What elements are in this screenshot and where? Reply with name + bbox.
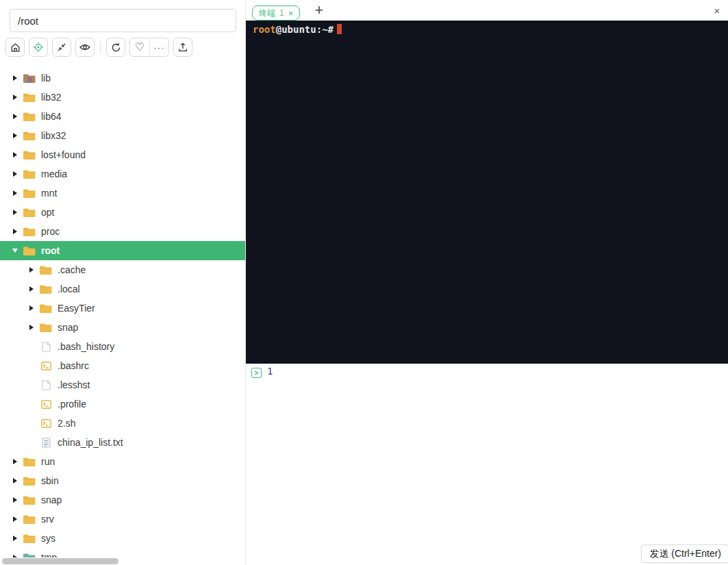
terminal-tab-number: 1 — [279, 8, 284, 18]
tree-item-label: .lesshst — [58, 379, 90, 390]
tree-row-snap[interactable]: snap — [0, 318, 245, 337]
tree-item-label: china_ip_list.txt — [58, 437, 123, 448]
command-editor[interactable]: > 1 发送 (Ctrl+Enter) — [246, 364, 728, 565]
tree-row-srv[interactable]: srv — [0, 510, 245, 529]
tree-row-media[interactable]: media — [0, 164, 245, 184]
tree-row-snap[interactable]: snap — [0, 490, 245, 510]
tree-item-label: mnt — [41, 188, 57, 199]
tree-row-lib64[interactable]: lib64 — [0, 107, 245, 126]
tree-row-sbin[interactable]: sbin — [0, 471, 245, 490]
caret-icon[interactable] — [10, 475, 21, 486]
tree-row--lesshst[interactable]: .lesshst — [0, 375, 245, 394]
tree-item-label: run — [41, 456, 55, 467]
caret-icon[interactable] — [10, 149, 21, 160]
tree-item-label: libx32 — [41, 130, 66, 141]
caret-icon[interactable] — [10, 514, 21, 525]
tree-row-china-ip-list-txt[interactable]: china_ip_list.txt — [0, 433, 245, 452]
tree-row-easytier[interactable]: EasyTier — [0, 299, 245, 318]
prompt-user: root — [253, 24, 276, 35]
file-tree: liblib32lib64libx32lost+foundmediamntopt… — [0, 68, 245, 557]
folder-icon — [40, 284, 52, 294]
caret-icon[interactable] — [10, 552, 21, 557]
tree-item-label: tmp — [41, 552, 57, 557]
caret-icon[interactable] — [10, 73, 21, 84]
tree-row-run[interactable]: run — [0, 452, 245, 471]
tree-item-label: sys — [41, 533, 55, 544]
caret-right-icon — [13, 229, 17, 234]
caret-spacer — [26, 399, 37, 410]
caret-icon[interactable] — [10, 111, 21, 122]
plus-icon: + — [315, 3, 324, 18]
tree-row-mnt[interactable]: mnt — [0, 184, 245, 203]
upload-button[interactable] — [173, 38, 192, 57]
refresh-button[interactable] — [106, 38, 125, 57]
folder-icon — [23, 475, 36, 486]
caret-right-icon — [13, 516, 17, 522]
collapse-button[interactable] — [52, 38, 71, 57]
caret-icon[interactable] — [26, 303, 37, 314]
caret-spacer — [26, 341, 37, 352]
script-file-icon — [40, 418, 52, 429]
caret-icon[interactable] — [10, 130, 21, 141]
home-icon — [10, 42, 21, 53]
terminal-screen[interactable]: root@ubuntu:~# — [246, 21, 728, 364]
script-file-icon — [40, 360, 52, 371]
terminal-panel: 终端 1 × + × root@ubuntu:~# > 1 发送 (Ctrl+E… — [246, 0, 728, 565]
tree-row-lost-found[interactable]: lost+found — [0, 145, 245, 164]
caret-icon[interactable] — [10, 226, 21, 237]
tree-row-lib[interactable]: lib — [0, 68, 245, 88]
panel-close-button[interactable]: × — [710, 3, 724, 17]
folder-icon — [23, 456, 36, 467]
folder-icon — [23, 533, 36, 544]
tree-row--bash-history[interactable]: .bash_history — [0, 337, 245, 356]
tree-item-label: 2.sh — [58, 418, 75, 429]
tree-row-libx32[interactable]: libx32 — [0, 126, 245, 145]
tree-row-tmp[interactable]: tmp — [0, 548, 245, 557]
path-input[interactable] — [10, 9, 236, 32]
caret-right-icon — [29, 325, 34, 330]
tree-row-2-sh[interactable]: 2.sh — [0, 414, 245, 433]
tree-row--local[interactable]: .local — [0, 279, 245, 299]
tree-row-root[interactable]: root — [0, 241, 245, 260]
tree-item-label: media — [41, 168, 67, 179]
editor-line-number: 1 — [267, 366, 273, 377]
caret-right-icon — [29, 267, 34, 273]
terminal-cursor — [337, 24, 342, 34]
caret-icon[interactable] — [26, 284, 37, 294]
tree-row-lib32[interactable]: lib32 — [0, 88, 245, 107]
favorite-more-group: ♡ ··· — [129, 38, 169, 57]
home-button[interactable] — [5, 38, 25, 57]
tree-row-proc[interactable]: proc — [0, 222, 245, 241]
tree-row-sys[interactable]: sys — [0, 529, 245, 548]
caret-icon[interactable] — [10, 494, 21, 505]
favorite-button[interactable]: ♡ — [130, 38, 149, 56]
caret-icon[interactable] — [10, 188, 21, 199]
caret-icon[interactable] — [10, 207, 21, 218]
caret-icon[interactable] — [26, 322, 37, 333]
more-button[interactable]: ··· — [149, 38, 168, 56]
caret-icon[interactable] — [10, 92, 21, 103]
tree-row--bashrc[interactable]: .bashrc — [0, 356, 245, 375]
caret-icon[interactable] — [10, 456, 21, 467]
tree-row--profile[interactable]: .profile — [0, 394, 245, 414]
new-terminal-button[interactable]: + — [311, 2, 327, 18]
caret-icon[interactable] — [10, 533, 21, 544]
locate-button[interactable] — [29, 38, 48, 57]
horizontal-scrollbar[interactable] — [2, 558, 118, 564]
tree-item-label: proc — [41, 226, 60, 237]
caret-icon[interactable] — [26, 264, 37, 275]
caret-right-icon — [13, 190, 17, 196]
tree-row-opt[interactable]: opt — [0, 203, 245, 222]
send-button[interactable]: 发送 (Ctrl+Enter) — [641, 544, 728, 563]
text-file-icon — [40, 437, 52, 448]
terminal-tab[interactable]: 终端 1 × — [252, 5, 300, 21]
tab-close-icon[interactable]: × — [288, 9, 294, 18]
caret-icon[interactable] — [10, 245, 21, 256]
tree-row--cache[interactable]: .cache — [0, 260, 245, 279]
library-folder-icon — [23, 73, 36, 84]
caret-icon[interactable] — [10, 168, 21, 179]
preview-button[interactable] — [75, 38, 95, 57]
close-icon: × — [714, 5, 720, 16]
terminal-tab-label: 终端 — [259, 8, 275, 19]
target-icon — [33, 42, 44, 53]
